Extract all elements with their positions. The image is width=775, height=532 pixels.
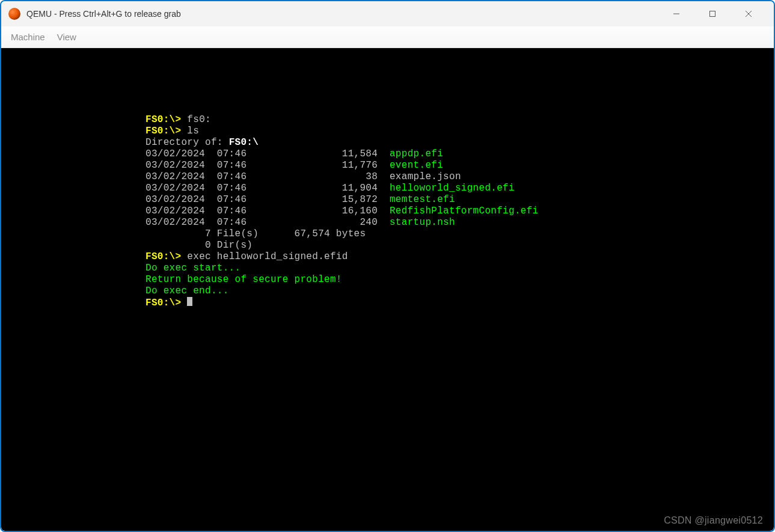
prompt: FS0:\> xyxy=(146,298,181,308)
terminal[interactable]: FS0:\> fs0: FS0:\> ls Directory of: FS0:… xyxy=(1,48,774,531)
file-row: 03/02/2024 07:46 16,160 RedfishPlatformC… xyxy=(146,206,774,217)
file-meta: 03/02/2024 07:46 11,584 xyxy=(146,148,390,159)
close-button[interactable] xyxy=(731,1,767,26)
close-icon xyxy=(745,10,752,17)
file-name: event.efi xyxy=(390,160,443,171)
window-controls xyxy=(658,1,767,26)
watermark: CSDN @jiangwei0512 xyxy=(664,515,763,526)
output-msg: Do exec end... xyxy=(146,286,774,297)
menu-view[interactable]: View xyxy=(55,31,79,43)
output-msg: Return because of secure problem! xyxy=(146,274,774,286)
summary-files: 7 File(s) 67,574 bytes xyxy=(146,228,774,240)
prompt: FS0:\> xyxy=(146,126,181,136)
command-text: fs0: xyxy=(187,114,211,125)
svg-rect-1 xyxy=(710,11,715,17)
file-row: 03/02/2024 07:46 11,776 event.efi xyxy=(146,160,774,171)
terminal-line: FS0:\> xyxy=(146,297,774,309)
file-name: memtest.efi xyxy=(390,194,455,205)
maximize-button[interactable] xyxy=(694,1,731,26)
maximize-icon xyxy=(709,10,716,17)
file-row: 03/02/2024 07:46 15,872 memtest.efi xyxy=(146,194,774,206)
terminal-line: FS0:\> ls xyxy=(146,126,774,137)
terminal-line: FS0:\> exec helloworld_signed.efid xyxy=(146,251,774,263)
minimize-button[interactable] xyxy=(658,1,694,26)
file-name: helloworld_signed.efi xyxy=(390,183,515,194)
file-row: 03/02/2024 07:46 11,904 helloworld_signe… xyxy=(146,183,774,194)
minimize-icon xyxy=(673,10,680,17)
command-text: ls xyxy=(187,126,199,136)
file-name: appdp.efi xyxy=(390,148,443,159)
file-row: 03/02/2024 07:46 11,584 appdp.efi xyxy=(146,148,774,160)
window-title: QEMU - Press Ctrl+Alt+G to release grab xyxy=(26,9,658,19)
terminal-line: FS0:\> fs0: xyxy=(146,114,774,126)
file-meta: 03/02/2024 07:46 38 xyxy=(146,171,390,182)
summary-dirs: 0 Dir(s) xyxy=(146,240,774,251)
app-icon xyxy=(8,8,20,20)
file-meta: 03/02/2024 07:46 240 xyxy=(146,217,390,228)
file-name: RedfishPlatformConfig.efi xyxy=(390,206,539,216)
file-meta: 03/02/2024 07:46 11,776 xyxy=(146,160,390,171)
dir-path: FS0:\ xyxy=(229,137,259,148)
file-name: startup.nsh xyxy=(390,217,455,228)
file-meta: 03/02/2024 07:46 15,872 xyxy=(146,194,390,205)
file-name: example.json xyxy=(390,171,461,182)
command-text: exec helloworld_signed.efid xyxy=(187,251,348,262)
output-msg: Do exec start... xyxy=(146,263,774,274)
file-meta: 03/02/2024 07:46 16,160 xyxy=(146,206,390,216)
file-row: 03/02/2024 07:46 240 startup.nsh xyxy=(146,217,774,228)
prompt: FS0:\> xyxy=(146,114,181,125)
file-meta: 03/02/2024 07:46 11,904 xyxy=(146,183,390,194)
file-row: 03/02/2024 07:46 38 example.json xyxy=(146,171,774,183)
titlebar: QEMU - Press Ctrl+Alt+G to release grab xyxy=(1,1,774,26)
file-list: 03/02/2024 07:46 11,584 appdp.efi03/02/2… xyxy=(146,148,774,228)
dir-label: Directory of: xyxy=(146,137,223,148)
menubar: Machine View xyxy=(1,26,774,48)
terminal-line: Directory of: FS0:\ xyxy=(146,137,774,148)
menu-machine[interactable]: Machine xyxy=(8,31,47,43)
prompt: FS0:\> xyxy=(146,251,181,262)
cursor xyxy=(187,297,192,306)
